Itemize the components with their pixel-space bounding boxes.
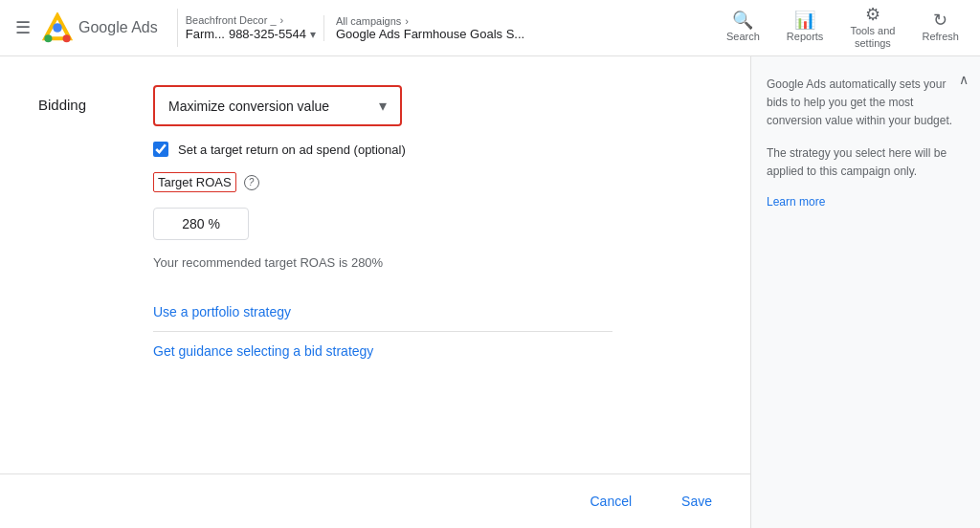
- breadcrumb-chevron: ›: [280, 14, 284, 26]
- hamburger-menu[interactable]: ☰: [8, 10, 38, 46]
- roas-input[interactable]: 280 %: [153, 208, 249, 240]
- target-roas-checkbox[interactable]: [153, 142, 168, 157]
- campaign-name: Google Ads Farmhouse Goals S...: [336, 27, 524, 41]
- content-area: Bidding Maximize conversion value ▾ Set …: [0, 56, 750, 528]
- search-icon: 🔍: [732, 11, 753, 29]
- checkbox-label: Set a target return on ad spend (optiona…: [178, 143, 406, 157]
- svg-point-3: [63, 34, 71, 42]
- cancel-button[interactable]: Cancel: [570, 486, 651, 517]
- guidance-link[interactable]: Get guidance selecting a bid strategy: [153, 343, 712, 359]
- dropdown-arrow-icon: ▾: [379, 97, 387, 115]
- tools-icon: ⚙: [865, 6, 880, 23]
- sidebar-info-text-2: The strategy you select here will be app…: [767, 144, 965, 181]
- main-content: Bidding Maximize conversion value ▾ Set …: [0, 56, 980, 528]
- bidding-controls: Maximize conversion value ▾ Set a target…: [153, 85, 712, 359]
- breadcrumb-dropdown-icon[interactable]: ▾: [310, 28, 316, 41]
- campaign-chevron: ›: [405, 15, 409, 27]
- search-nav-button[interactable]: 🔍 Search: [713, 0, 773, 56]
- learn-more-link[interactable]: Learn more: [767, 195, 825, 209]
- svg-point-2: [44, 34, 52, 42]
- refresh-nav-button[interactable]: ↻ Refresh: [908, 0, 972, 56]
- collapse-button[interactable]: ∧: [959, 72, 969, 87]
- breadcrumb-phone: 988-325-5544: [229, 27, 306, 41]
- checkbox-row: Set a target return on ad spend (optiona…: [153, 142, 712, 157]
- hamburger-icon: ☰: [15, 18, 31, 37]
- google-ads-logo-icon: [42, 12, 73, 43]
- target-roas-label: Target ROAS: [153, 172, 236, 192]
- target-roas-row: Target ROAS ?: [153, 172, 712, 192]
- reports-label: Reports: [787, 31, 824, 43]
- refresh-icon: ↻: [933, 11, 947, 29]
- breadcrumb-farm-name: Farm...: [186, 27, 225, 41]
- search-label: Search: [726, 31, 760, 43]
- sidebar-info-panel: ∧ Google Ads automatically sets your bid…: [750, 56, 980, 528]
- breadcrumb-account-name: Beachfront Decor _: [186, 14, 277, 26]
- breadcrumb-top: Beachfront Decor _ ›: [186, 14, 316, 26]
- logo-text: Google Ads: [78, 19, 158, 36]
- settings-label: settings: [850, 37, 895, 50]
- save-button[interactable]: Save: [662, 486, 731, 517]
- bidding-section: Bidding Maximize conversion value ▾ Set …: [38, 85, 712, 359]
- account-breadcrumb[interactable]: Beachfront Decor _ › Farm... 988-325-554…: [186, 14, 316, 41]
- all-campaigns-label: All campaigns: [336, 15, 401, 27]
- campaign-top-label: All campaigns ›: [336, 15, 524, 27]
- reports-nav-button[interactable]: 📊 Reports: [773, 0, 837, 56]
- link-row: Use a portfolio strategy Get guidance se…: [153, 304, 712, 359]
- nav-divider-1: [177, 9, 178, 47]
- tools-nav-button[interactable]: ⚙ Tools and settings: [836, 0, 908, 56]
- recommended-text: Your recommended target ROAS is 280%: [153, 255, 712, 270]
- bottom-bar: Cancel Save: [0, 473, 750, 528]
- tools-label: Tools and: [850, 25, 895, 37]
- bidding-label: Bidding: [38, 85, 115, 113]
- bidding-strategy-dropdown[interactable]: Maximize conversion value ▾: [153, 85, 402, 126]
- link-divider: [153, 331, 612, 332]
- portfolio-strategy-link[interactable]: Use a portfolio strategy: [153, 304, 712, 319]
- sidebar-info-text-1: Google Ads automatically sets your bids …: [767, 76, 965, 131]
- refresh-label: Refresh: [922, 31, 959, 43]
- breadcrumb-bottom: Farm... 988-325-5544 ▾: [186, 27, 316, 41]
- svg-point-1: [53, 23, 62, 33]
- top-nav: ☰ Google Ads Beachfront Decor _ › Farm..…: [0, 0, 980, 56]
- bidding-strategy-text: Maximize conversion value: [168, 99, 329, 114]
- campaign-breadcrumb[interactable]: All campaigns › Google Ads Farmhouse Goa…: [323, 15, 524, 41]
- help-icon[interactable]: ?: [244, 175, 259, 190]
- google-ads-logo: Google Ads: [42, 12, 158, 43]
- reports-icon: 📊: [794, 11, 815, 29]
